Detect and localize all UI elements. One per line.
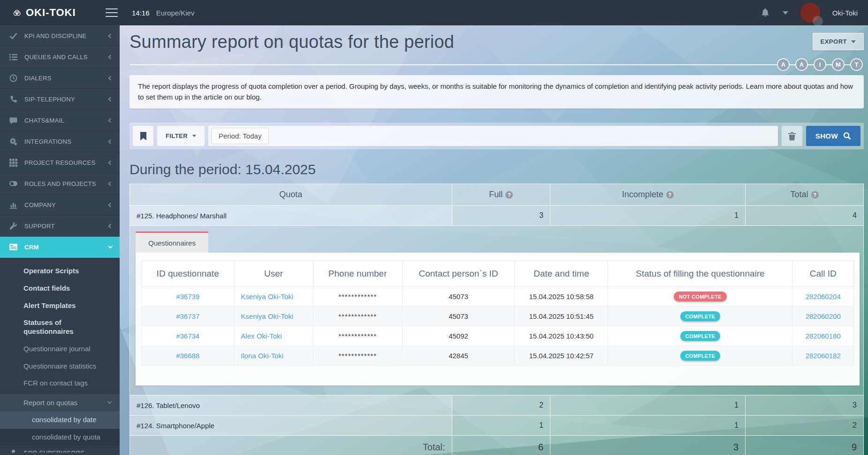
sidebar-item-sip-telephony[interactable]: SIP-TELEPHONY <box>0 89 120 110</box>
call-id-link[interactable]: 282060204 <box>806 293 841 301</box>
date-and-time: 15.04.2025 10:51:45 <box>515 307 608 326</box>
sidebar-item-chats-mail[interactable]: CHATS&MAIL <box>0 110 120 131</box>
sidebar-item-company[interactable]: COMPANY <box>0 194 120 216</box>
sidebar-item-for-supervisors[interactable]: FOR SUPERVISORS <box>0 447 120 453</box>
quota-full: 3 <box>452 206 550 226</box>
col-total: Total? <box>746 184 864 206</box>
call-id-link[interactable]: 282060182 <box>806 352 841 360</box>
chevron-left-icon <box>108 224 113 228</box>
period-heading: During the period: 15.04.2025 <box>129 162 866 177</box>
col-date-and-time: Date and time <box>515 261 608 287</box>
step-circles: A A I M T <box>777 58 863 71</box>
quota-name[interactable]: #126. Tablet/Lenovo <box>130 395 452 416</box>
sidebar-item-label: ROLES AND PROJECTS <box>24 180 102 187</box>
submenu-item-alert-templates[interactable]: Alert Templates <box>0 297 120 315</box>
status-badge: NOT COMPLETE <box>674 292 727 301</box>
questionnaire-id-link[interactable]: #36688 <box>176 352 199 360</box>
export-button[interactable]: EXPORT <box>813 33 864 50</box>
sidebar-item-label: PROJECT RESOURCES <box>24 159 102 166</box>
title-divider: A A I M T <box>129 57 866 73</box>
phone-icon <box>9 95 17 103</box>
sidebar-item-crm[interactable]: CRM <box>0 237 120 258</box>
phone-masked: ************ <box>313 307 402 326</box>
brand[interactable]: OKI-TOKI <box>0 7 120 19</box>
quota-row-125[interactable]: #125. Headphones/ Marshall 3 1 4 <box>130 206 864 226</box>
quota-incomplete: 1 <box>550 395 746 416</box>
sidebar-item-integrations[interactable]: INTEGRATIONS <box>0 131 120 152</box>
chat-icon <box>9 116 17 124</box>
col-user: User <box>234 261 313 287</box>
sidebar-item-label: CHATS&MAIL <box>24 117 102 124</box>
hamburger-menu-icon[interactable] <box>106 8 118 17</box>
page-title: Summary report on quotas for the period <box>129 32 454 52</box>
questionnaire-id-link[interactable]: #36739 <box>176 293 199 301</box>
quota-total: 2 <box>746 416 864 436</box>
submenu-item-contact-fields[interactable]: Contact fields <box>0 280 120 297</box>
sidebar-item-kpi-and-discipline[interactable]: KPI AND DISCIPLINE <box>0 25 120 46</box>
person-icon <box>9 449 17 453</box>
avatar[interactable] <box>800 3 820 23</box>
questionnaire-id-link[interactable]: #36737 <box>176 312 199 320</box>
sidebar-item-dialers[interactable]: DIALERS <box>0 68 120 89</box>
step-circle-a2[interactable]: A <box>795 58 808 71</box>
step-circle-a1[interactable]: A <box>777 58 790 71</box>
step-circle-t[interactable]: T <box>850 58 863 71</box>
main-content: Summary report on quotas for the period … <box>120 25 868 455</box>
account-name[interactable]: Oki-Toki <box>832 9 858 17</box>
quota-summary-table: Quota Full? Incomplete? Total? #125. Hea… <box>129 184 864 455</box>
contact-person-id: 42845 <box>402 346 515 366</box>
chevron-left-icon <box>108 76 113 80</box>
sidebar-item-queues-and-calls[interactable]: QUEUES AND CALLS <box>0 46 120 68</box>
chevron-left-icon <box>108 139 113 144</box>
chevron-left-icon <box>108 33 113 38</box>
submenu-item-operator-scripts[interactable]: Operator Scripts <box>0 262 120 280</box>
submenu-group-report-on-quotas[interactable]: Report on quotas <box>0 394 120 411</box>
col-id-questionnate: ID questionnate <box>142 261 234 287</box>
step-circle-m[interactable]: M <box>832 58 845 71</box>
bookmark-button[interactable] <box>133 126 153 146</box>
status-badge: COMPLETE <box>680 351 721 361</box>
submenu-item-fcr-on-contact-tags[interactable]: FCR on contact tags <box>0 375 120 392</box>
chevron-left-icon <box>108 97 113 101</box>
notifications-bell-icon[interactable] <box>760 8 770 18</box>
date-and-time: 15.04.2025 10:58:58 <box>515 287 608 307</box>
show-button[interactable]: SHOW <box>806 126 860 146</box>
user-link[interactable]: Kseniya Oki-Toki <box>241 312 293 320</box>
quota-name[interactable]: #124. Smartphone/Apple <box>130 416 452 436</box>
quota-incomplete: 1 <box>550 206 746 226</box>
user-link[interactable]: Kseniya Oki-Toki <box>241 293 293 301</box>
quota-name[interactable]: #125. Headphones/ Marshall <box>130 206 452 226</box>
sidebar-item-support[interactable]: SUPPORT <box>0 216 120 237</box>
submenu-item-consolidated-by-date[interactable]: consolidated by date <box>0 411 120 429</box>
help-icon[interactable]: ? <box>505 191 513 199</box>
call-id-link[interactable]: 282060180 <box>806 332 841 340</box>
phone-masked: ************ <box>313 346 402 366</box>
submenu-item-statuses-of-questionnaires[interactable]: Statuses of questionnaires <box>0 314 99 340</box>
filter-button[interactable]: FILTER <box>157 126 205 146</box>
questionnaire-row: #36734 Alex Oki-Toki ************ 45092 … <box>142 326 854 346</box>
sidebar-item-project-resources[interactable]: PROJECT RESOURCES <box>0 152 120 173</box>
show-button-label: SHOW <box>815 132 838 140</box>
user-link[interactable]: Ilona Oki-Toki <box>241 352 283 360</box>
questionnaire-row: #36739 Kseniya Oki-Toki ************ 450… <box>142 287 854 307</box>
help-icon[interactable]: ? <box>811 191 819 199</box>
call-id-link[interactable]: 282060200 <box>806 312 841 320</box>
period-chip[interactable]: Period: Today <box>211 128 269 144</box>
quota-row-124[interactable]: #124. Smartphone/Apple 1 1 2 <box>130 416 864 436</box>
clear-filter-button[interactable] <box>782 126 802 146</box>
user-link[interactable]: Alex Oki-Toki <box>241 332 282 340</box>
questionnaire-row: #36688 Ilona Oki-Toki ************ 42845… <box>142 346 854 366</box>
total-full: 6 <box>452 436 550 455</box>
tab-questionnaires[interactable]: Questionnaires <box>136 231 208 253</box>
submenu-item-questionnaire-journal[interactable]: Questionnaire journal <box>0 340 120 358</box>
filter-input[interactable]: Period: Today <box>208 126 778 146</box>
step-circle-i[interactable]: I <box>814 58 826 71</box>
help-icon[interactable]: ? <box>666 191 674 199</box>
submenu-item-questionnaire-statistics[interactable]: Questionnaire statistics <box>0 358 120 375</box>
chevron-left-icon <box>108 118 113 123</box>
quota-row-126[interactable]: #126. Tablet/Lenovo 2 1 3 <box>130 395 864 416</box>
questionnaire-id-link[interactable]: #36734 <box>176 332 199 340</box>
submenu-item-consolidated-by-quota[interactable]: consolidated by quota <box>0 429 120 446</box>
sidebar-item-roles-and-projects[interactable]: ROLES AND PROJECTS <box>0 173 120 194</box>
account-caret-icon[interactable] <box>783 11 788 15</box>
